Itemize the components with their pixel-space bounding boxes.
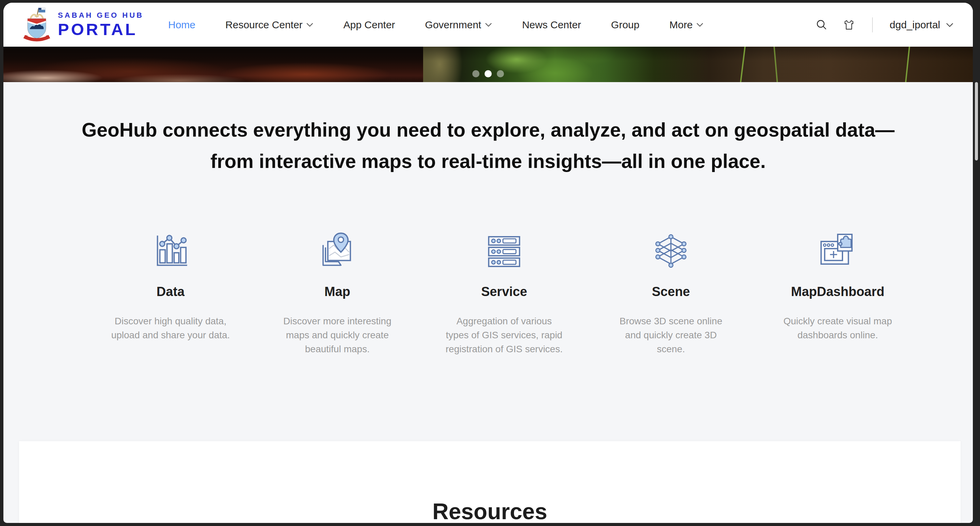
carousel-dot-1[interactable] (473, 70, 480, 77)
resources-section: Resources (19, 441, 961, 523)
vine-decoration (773, 47, 778, 82)
nav-item-government[interactable]: Government (425, 19, 492, 31)
logo-bottom-line: PORTAL (58, 21, 144, 38)
nav-item-more[interactable]: More (669, 19, 703, 31)
servers-icon (485, 231, 523, 269)
portal-page: SABAH GEO HUB PORTAL Home Resource Cente… (3, 3, 973, 523)
feature-description: Discover high quality data, upload and s… (111, 314, 231, 342)
sabah-geohub-logo[interactable]: SABAH GEO HUB PORTAL (21, 7, 144, 43)
feature-description: Aggregation of various types of GIS serv… (444, 314, 564, 356)
user-menu[interactable]: dgd_iportal (890, 19, 953, 31)
chevron-down-icon (946, 22, 953, 27)
nav-item-news-center[interactable]: News Center (522, 19, 581, 31)
feature-title: Map (325, 284, 350, 299)
sabah-crest-icon (21, 7, 53, 43)
tagline-line-1: GeoHub connects everything you need to e… (3, 114, 973, 145)
tagline-line-2: from interactive maps to real-time insig… (3, 145, 973, 177)
shirt-icon[interactable] (843, 19, 855, 31)
feature-scene[interactable]: Scene Browse 3D scene online and quickly… (608, 231, 734, 356)
feature-title: Service (481, 284, 527, 299)
chevron-down-icon (485, 22, 492, 27)
chevron-down-icon (696, 22, 703, 27)
layers-3d-icon (652, 231, 690, 269)
feature-data[interactable]: Data Discover high quality data, upload … (107, 231, 234, 356)
carousel-dots (473, 70, 504, 77)
carousel-dot-2-active[interactable] (485, 70, 492, 77)
chevron-down-icon (306, 22, 313, 27)
resources-heading: Resources (19, 441, 961, 523)
feature-service[interactable]: Service Aggregation of various types of … (441, 231, 568, 356)
nav-item-home[interactable]: Home (168, 19, 196, 31)
logo-top-line: SABAH GEO HUB (58, 11, 144, 19)
feature-title: MapDashboard (791, 284, 885, 299)
nav-item-resource-center[interactable]: Resource Center (225, 19, 313, 31)
tagline-section: GeoHub connects everything you need to e… (3, 82, 973, 177)
hero-carousel (3, 47, 973, 82)
nav-item-group[interactable]: Group (611, 19, 639, 31)
feature-title: Data (157, 284, 185, 299)
logo-text: SABAH GEO HUB PORTAL (58, 11, 144, 38)
carousel-dot-3[interactable] (497, 70, 504, 77)
tagline-heading: GeoHub connects everything you need to e… (3, 114, 973, 177)
vine-decoration (739, 47, 746, 82)
bar-chart-icon (151, 231, 189, 269)
hero-slide-jungle-image (423, 47, 973, 82)
navbar: SABAH GEO HUB PORTAL Home Resource Cente… (3, 3, 973, 47)
search-icon[interactable] (816, 19, 828, 31)
feature-description: Discover more interesting maps and quick… (277, 314, 397, 356)
nav-item-app-center[interactable]: App Center (344, 19, 395, 31)
map-pin-icon (318, 231, 356, 269)
navbar-right-cluster: dgd_iportal (816, 18, 953, 32)
nav-divider (872, 18, 873, 32)
feature-description: Quickly create visual map dashboards onl… (778, 314, 897, 342)
main-navigation: Home Resource Center App Center Governme… (168, 19, 703, 31)
feature-description: Browse 3D scene online and quickly creat… (611, 314, 731, 356)
features-row: Data Discover high quality data, upload … (3, 231, 973, 356)
feature-title: Scene (652, 284, 690, 299)
feature-mapdashboard[interactable]: MapDashboard Quickly create visual map d… (775, 231, 901, 356)
feature-map[interactable]: Map Discover more interesting maps and q… (274, 231, 401, 356)
scrollbar-thumb[interactable] (975, 82, 978, 161)
username-label: dgd_iportal (890, 19, 940, 31)
vine-decoration (905, 47, 910, 82)
hero-slide-rock-image (3, 47, 423, 82)
dashboard-puzzle-icon (819, 231, 857, 269)
